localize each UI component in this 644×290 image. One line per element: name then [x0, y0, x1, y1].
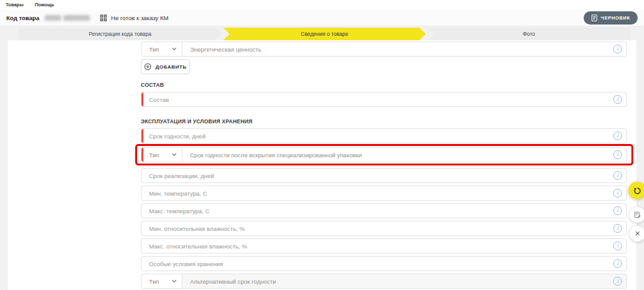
form-field-row: Срок реализации, днейi	[141, 168, 627, 183]
field-label: Макс. относительная влажность, %	[149, 243, 609, 250]
stepper-step-1[interactable]: Регистрация кода товара	[19, 28, 221, 40]
field-input[interactable]: Срок годности, днейi	[141, 128, 627, 143]
field-value: Срок годности после вскрытия специализир…	[190, 152, 609, 159]
chevron-down-icon	[172, 47, 177, 52]
form-field-row: Макс. относительная влажность, %i	[141, 238, 627, 254]
form-field-row: Особые условия храненияi	[141, 256, 627, 271]
form-field-row: Составi	[141, 92, 627, 107]
stepper-step-3[interactable]: Фото	[428, 28, 630, 40]
form-panel: ТипЭнергетическая ценностьiДОБАВИТЬСОСТА…	[8, 40, 636, 290]
feedback-note-icon	[634, 211, 641, 218]
field-value: Альтернативный срок годности	[190, 278, 609, 285]
field-value: Энергетическая ценность	[190, 46, 609, 53]
close-fab-button[interactable]: ✕	[630, 226, 644, 242]
add-button[interactable]: ДОБАВИТЬ	[141, 59, 190, 74]
chevron-down-icon	[172, 279, 177, 284]
stepper-step-label: Фото	[523, 31, 535, 37]
field-input[interactable]: Энергетическая ценностьi	[182, 42, 627, 57]
field-label: Срок реализации, дней	[149, 172, 609, 179]
info-icon[interactable]: i	[613, 242, 622, 250]
field-input[interactable]: Срок годности после вскрытия специализир…	[182, 147, 627, 162]
type-select[interactable]: Тип	[141, 42, 182, 57]
info-icon[interactable]: i	[613, 45, 622, 53]
field-label: Мин. относительная влажность, %	[149, 225, 609, 232]
highlight-annotation: ТипСрок годности после вскрытия специали…	[135, 144, 633, 165]
field-label: Мин. температура, С	[149, 190, 609, 197]
form-field-row: ТипСрок годности после вскрытия специали…	[141, 147, 627, 162]
info-icon[interactable]: i	[613, 224, 622, 233]
info-icon[interactable]: i	[613, 206, 622, 215]
plus-circle-icon	[144, 63, 152, 70]
type-select-value: Тип	[149, 278, 159, 285]
close-icon: ✕	[635, 230, 640, 237]
draft-doc-icon	[591, 14, 597, 21]
feedback-fab-button[interactable]	[630, 207, 644, 223]
draft-button-label: ЧЕРНОВИК	[601, 15, 630, 21]
form-field-row: ТипАльтернативный срок годностиi	[141, 274, 627, 289]
info-icon[interactable]: i	[613, 95, 622, 104]
field-label: Макс. температура, С	[149, 208, 609, 215]
top-nav: ТоварыПомощь	[0, 0, 644, 9]
field-input[interactable]: Макс. относительная влажность, %i	[141, 238, 627, 254]
add-button-label: ДОБАВИТЬ	[155, 64, 186, 70]
datamatrix-icon	[100, 14, 107, 21]
type-select[interactable]: Тип	[141, 274, 182, 289]
section-title: СОСТАВ	[141, 82, 627, 88]
field-input[interactable]: Макс. температура, Сi	[141, 203, 627, 218]
rotate-icon	[633, 187, 641, 195]
product-header: Код товара Не готов к заказу КМ ЧЕРНОВИК	[0, 9, 644, 26]
type-select-value: Тип	[149, 152, 159, 159]
draft-button[interactable]: ЧЕРНОВИК	[584, 11, 638, 25]
wizard-stepper: Регистрация кода товараСведения о товаре…	[19, 28, 630, 40]
stepper-step-2[interactable]: Сведения о товаре	[223, 28, 426, 40]
section-title: ЭКСПЛУАТАЦИЯ И УСЛОВИЯ ХРАНЕНИЯ	[141, 118, 627, 125]
form-field-row: Макс. температура, Сi	[141, 203, 627, 218]
info-icon[interactable]: i	[613, 150, 622, 159]
form-section: ЭКСПЛУАТАЦИЯ И УСЛОВИЯ ХРАНЕНИЯСрок годн…	[141, 118, 627, 289]
field-label: Особые условия хранения	[149, 260, 609, 267]
stepper-step-label: Регистрация кода товара	[89, 31, 152, 37]
km-status-label: Не готов к заказу КМ	[111, 14, 169, 21]
info-icon[interactable]: i	[613, 131, 622, 140]
top-nav-link-products[interactable]: Товары	[6, 2, 23, 8]
form-field-row: Мин. температура, Сi	[141, 186, 627, 201]
info-icon[interactable]: i	[613, 259, 622, 268]
field-input[interactable]: Срок реализации, днейi	[141, 168, 627, 183]
field-input[interactable]: Особые условия храненияi	[141, 256, 627, 271]
product-code-redacted	[45, 15, 90, 21]
form-field-row: Мин. относительная влажность, %i	[141, 221, 627, 236]
top-nav-link-help[interactable]: Помощь	[35, 2, 54, 8]
type-select[interactable]: Тип	[141, 147, 182, 162]
field-input[interactable]: Мин. температура, Сi	[141, 186, 627, 201]
rotate-fab-button[interactable]	[628, 182, 644, 199]
info-icon[interactable]: i	[613, 277, 622, 286]
field-input[interactable]: Мин. относительная влажность, %i	[141, 221, 627, 236]
form-section: СОСТАВСоставi	[141, 82, 627, 107]
field-input[interactable]: Альтернативный срок годностиi	[182, 274, 627, 289]
field-input[interactable]: Составi	[141, 92, 627, 107]
product-card-screen: ТоварыПомощь Код товара Не готов к заказ…	[0, 0, 644, 290]
form-field-row: Срок годности, днейi	[141, 128, 627, 143]
stepper-step-label: Сведения о товаре	[301, 31, 348, 37]
field-label: Состав	[149, 96, 609, 103]
chevron-down-icon	[172, 152, 177, 157]
info-icon[interactable]: i	[613, 189, 622, 198]
product-code-label: Код товара	[6, 14, 40, 21]
field-label: Срок годности, дней	[149, 133, 609, 140]
form-field-row: ТипЭнергетическая ценностьi	[141, 42, 627, 57]
type-select-value: Тип	[149, 46, 159, 53]
form-section: ТипЭнергетическая ценностьiДОБАВИТЬ	[141, 42, 627, 74]
form-column: ТипЭнергетическая ценностьiДОБАВИТЬСОСТА…	[141, 42, 627, 290]
info-icon[interactable]: i	[613, 171, 622, 180]
